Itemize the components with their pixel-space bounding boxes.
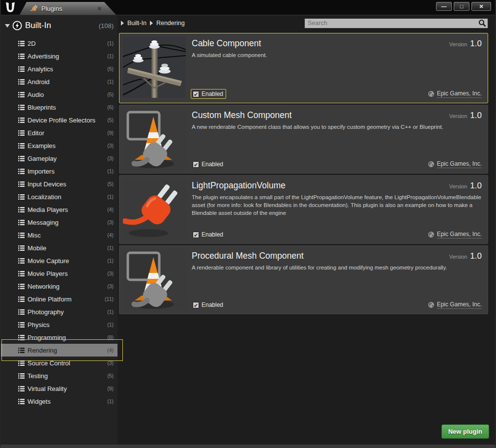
breadcrumb-built-in[interactable]: Built-In xyxy=(127,20,146,27)
plugin-card-custom-mesh-component[interactable]: Custom Mesh Component Version 1.0 A new … xyxy=(119,105,488,174)
sidebar-item-count: (4) xyxy=(107,232,114,238)
sidebar-header-built-in[interactable]: Built-In (108) xyxy=(1,15,117,35)
sidebar-item[interactable]: Device Profile Selectors (5) xyxy=(1,114,117,126)
vendor-link[interactable]: Epic Games, Inc. xyxy=(437,160,482,168)
sidebar-item-count: (5) xyxy=(107,117,114,123)
maximize-button[interactable]: □ xyxy=(454,2,469,11)
sidebar-item[interactable]: Virtual Reality (9) xyxy=(1,382,117,395)
tab-close-icon[interactable]: × xyxy=(97,4,101,12)
new-plugin-button[interactable]: New plugin xyxy=(441,424,489,439)
sidebar-item[interactable]: Media Players (4) xyxy=(1,203,117,216)
category-list-icon xyxy=(18,334,25,341)
plugin-version: Version 1.0 xyxy=(449,181,482,191)
enabled-checkbox-wrap[interactable]: ✔ Enabled xyxy=(191,159,226,169)
vendor: Epic Games, Inc. xyxy=(428,301,482,309)
plugin-thumbnail xyxy=(123,109,186,170)
sidebar-item[interactable]: Input Devices (5) xyxy=(1,178,117,190)
category-list-icon xyxy=(18,386,25,392)
category-list-icon xyxy=(18,398,25,405)
sidebar-item[interactable]: Blueprints (6) xyxy=(1,101,117,114)
breadcrumb-rendering[interactable]: Rendering xyxy=(156,20,185,27)
plugin-card-lightpropagationvolume[interactable]: LightPropagationVolume Version 1.0 The p… xyxy=(119,175,488,244)
sidebar-header-label: Built-In xyxy=(25,21,51,30)
plugin-card-procedural-mesh-component[interactable]: Procedural Mesh Component Version 1.0 A … xyxy=(119,245,488,314)
sidebar-item[interactable]: Networking (3) xyxy=(1,280,117,293)
sidebar-item[interactable]: Gameplay (3) xyxy=(1,152,117,165)
category-list: 2D (1) Advertising (1) Analytics (5) xyxy=(1,37,117,408)
sidebar-item[interactable]: Editor (9) xyxy=(1,126,117,139)
vendor: Epic Games, Inc. xyxy=(428,231,482,239)
vendor-link[interactable]: Epic Games, Inc. xyxy=(437,90,482,98)
category-list-icon xyxy=(18,194,25,200)
category-list-icon xyxy=(18,79,25,85)
sidebar-item-count: (1) xyxy=(107,53,114,59)
enabled-checkbox[interactable]: ✔ xyxy=(193,232,199,238)
globe-icon xyxy=(428,231,435,238)
close-button[interactable]: ✕ xyxy=(471,2,491,11)
enabled-checkbox[interactable]: ✔ xyxy=(193,161,199,168)
sidebar-item[interactable]: Rendering (4) xyxy=(1,344,117,357)
sidebar-item[interactable]: Source Control (3) xyxy=(1,357,117,369)
plugins-window: Plugins × — □ ✕ Built-In (108) xyxy=(0,0,496,448)
tab-plugins[interactable]: Plugins × xyxy=(20,2,116,15)
enabled-checkbox[interactable]: ✔ xyxy=(193,91,199,97)
sidebar-item[interactable]: Messaging (3) xyxy=(1,216,117,229)
vendor-link[interactable]: Epic Games, Inc. xyxy=(437,231,482,239)
sidebar-item[interactable]: Analytics (5) xyxy=(1,62,117,75)
sidebar-item-count: (3) xyxy=(107,219,114,225)
sidebar-item-count: (8) xyxy=(107,334,114,340)
main-panel: Built-In Rendering xyxy=(118,15,495,445)
sidebar-item-count: (5) xyxy=(107,373,114,379)
plugin-description: A new renderable Component class that al… xyxy=(192,123,482,131)
sidebar-item[interactable]: Physics (1) xyxy=(1,318,117,331)
sidebar-item[interactable]: Localization (1) xyxy=(1,190,117,203)
sidebar-item[interactable]: 2D (1) xyxy=(1,37,117,50)
plugin-list: Cable Component Version 1.0 A simulated … xyxy=(119,33,488,314)
category-list-icon xyxy=(18,245,25,251)
category-list-icon xyxy=(18,309,25,315)
sidebar-item[interactable]: Misc (4) xyxy=(1,229,117,241)
search-box xyxy=(304,18,488,29)
titlebar: Plugins × — □ ✕ xyxy=(1,0,495,15)
sidebar-item[interactable]: Mobile (1) xyxy=(1,241,117,254)
sidebar-item-label: Android xyxy=(28,78,50,86)
vendor-link[interactable]: Epic Games, Inc. xyxy=(437,301,482,309)
enabled-checkbox-wrap[interactable]: ✔ Enabled xyxy=(191,230,226,239)
category-list-icon xyxy=(18,104,25,111)
sidebar-item-label: Movie Players xyxy=(28,270,68,277)
breadcrumb: Built-In Rendering xyxy=(121,20,185,27)
sidebar-item-count: (1) xyxy=(107,168,114,174)
sidebar-item[interactable]: Importers (1) xyxy=(1,165,117,178)
sidebar-item-label: Online Platform xyxy=(28,296,72,303)
sidebar-item-label: Media Players xyxy=(28,206,68,213)
sidebar-item[interactable]: Online Platform (11) xyxy=(1,293,117,305)
sidebar-item[interactable]: Examples (3) xyxy=(1,139,117,152)
plugin-card-cable-component[interactable]: Cable Component Version 1.0 A simulated … xyxy=(119,33,488,103)
enabled-checkbox[interactable]: ✔ xyxy=(193,302,199,308)
category-list-icon xyxy=(18,155,25,162)
sidebar-item-count: (3) xyxy=(107,270,114,276)
sidebar-item[interactable]: Testing (5) xyxy=(1,369,117,382)
sidebar-item[interactable]: Programming (8) xyxy=(1,331,117,344)
sidebar-item[interactable]: Android (1) xyxy=(1,75,117,88)
sidebar-item[interactable]: Audio (5) xyxy=(1,88,117,101)
sidebar-item[interactable]: Widgets (1) xyxy=(1,395,117,408)
sidebar-item-label: Device Profile Selectors xyxy=(28,117,95,124)
sidebar-item-count: (3) xyxy=(107,155,114,161)
sidebar-item-count: (9) xyxy=(107,130,114,136)
minimize-button[interactable]: — xyxy=(436,2,452,11)
sidebar-item[interactable]: Movie Players (3) xyxy=(1,267,117,280)
breadcrumb-arrow-icon xyxy=(150,21,153,26)
search-input[interactable] xyxy=(305,20,478,27)
sidebar-item[interactable]: Advertising (1) xyxy=(1,50,117,62)
sidebar-item[interactable]: Photography (1) xyxy=(1,305,117,318)
sidebar-item-count: (1) xyxy=(107,79,114,85)
sidebar-item[interactable]: Movie Capture (1) xyxy=(1,254,117,267)
sidebar-item-label: Physics xyxy=(28,321,50,329)
sidebar-item-count: (1) xyxy=(107,245,114,251)
sidebar-item-label: Gameplay xyxy=(28,155,57,162)
sidebar-item-label: Misc xyxy=(28,232,41,239)
category-list-icon xyxy=(18,181,25,187)
enabled-checkbox-wrap[interactable]: ✔ Enabled xyxy=(191,89,226,99)
enabled-checkbox-wrap[interactable]: ✔ Enabled xyxy=(191,300,226,310)
